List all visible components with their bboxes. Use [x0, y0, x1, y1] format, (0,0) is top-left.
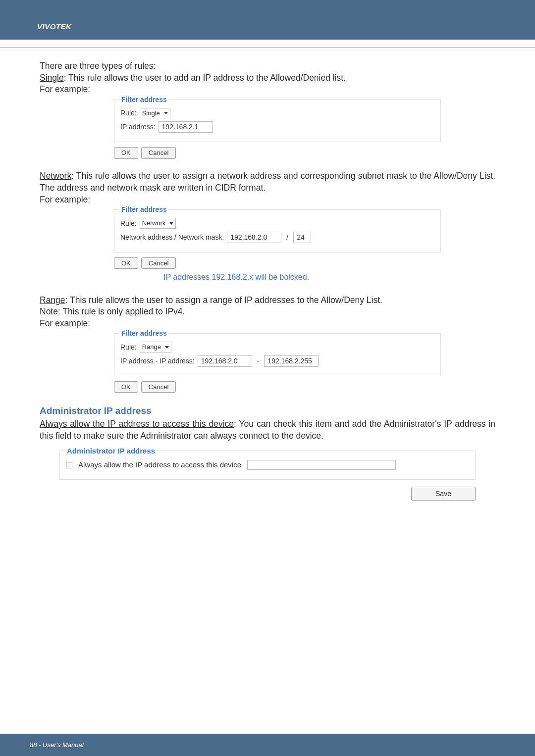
brand-logo: VIVOTEK [37, 22, 71, 31]
admin-para: Always allow the IP address to access th… [40, 418, 495, 442]
range-addr-label: IP address - IP address: [120, 356, 195, 366]
fieldset-title: Filter address [119, 329, 169, 338]
single-label: Single [40, 73, 64, 83]
network-mask-input[interactable]: 24 [293, 232, 311, 243]
network-callout: IP addresses 192.168.2.x will be bolcked… [163, 272, 495, 283]
chevron-down-icon [169, 222, 173, 225]
single-desc: : This rule allows the user to add an IP… [64, 73, 346, 83]
fieldset-title: Administrator IP address [65, 446, 157, 456]
range-label: Range [40, 295, 65, 305]
rule-select-single[interactable]: Single [140, 108, 170, 119]
cancel-button[interactable]: Cancel [141, 147, 176, 159]
footer-text: 88 - User's Manual [30, 741, 84, 749]
ip-range-from-input[interactable]: 192.168.2.0 [198, 355, 252, 367]
ip-range-to-input[interactable]: 192.168.2.255 [264, 355, 319, 367]
rule-select-value: Single [142, 109, 160, 118]
range-dash: - [257, 356, 260, 366]
rule-select-value: Network [142, 219, 166, 228]
ok-button[interactable]: OK [114, 147, 138, 159]
network-rule-para: Network: This rule allows the user to as… [40, 170, 495, 194]
network-desc: : This rule allows the user to assign a … [40, 171, 495, 193]
cidr-slash: / [286, 233, 288, 242]
rule-label: Rule: [120, 219, 137, 228]
ok-button[interactable]: OK [114, 381, 138, 393]
save-button[interactable]: Save [411, 487, 476, 501]
filter-address-range-box: Filter address Rule: Range IP address - … [114, 333, 441, 376]
intro-line: There are three types of rules: [40, 60, 495, 72]
network-address-input[interactable]: 192.168.2.0 [227, 232, 281, 243]
range-note: Note: This rule is only applied to IPv4. [40, 306, 495, 318]
rule-select-value: Range [142, 343, 161, 352]
single-rule-line: Single: This rule allows the user to add… [40, 72, 495, 84]
rule-label: Rule: [120, 108, 137, 118]
ip-input-single[interactable]: 192.168.2.1 [159, 121, 213, 133]
range-rule-line: Range: This rule allows the user to assi… [40, 295, 495, 306]
chevron-down-icon [165, 346, 169, 349]
for-example-2: For example: [40, 194, 495, 206]
rule-select-range[interactable]: Range [140, 342, 171, 353]
cancel-button[interactable]: Cancel [141, 257, 176, 269]
for-example-1: For example: [40, 84, 495, 96]
ip-label: IP address: [120, 122, 156, 132]
admin-section-title: Administrator IP address [40, 404, 495, 417]
checkbox-label: Always allow the IP address to access th… [78, 460, 241, 470]
always-allow-checkbox[interactable] [66, 462, 72, 468]
cancel-button[interactable]: Cancel [141, 381, 176, 393]
network-label: Network [40, 171, 71, 181]
for-example-3: For example: [40, 318, 495, 330]
fieldset-title: Filter address [119, 205, 169, 214]
page-footer: 88 - User's Manual [0, 734, 535, 756]
chevron-down-icon [164, 112, 168, 114]
network-addr-label: Network address / Network mask: [120, 233, 224, 242]
fieldset-title: Filter address [119, 95, 169, 104]
admin-always-label: Always allow the IP address to access th… [40, 419, 234, 429]
admin-ip-box: Administrator IP address Always allow th… [59, 451, 476, 479]
rule-label: Rule: [120, 343, 137, 352]
admin-ip-input[interactable] [247, 460, 396, 470]
ok-button[interactable]: OK [114, 257, 138, 269]
filter-address-network-box: Filter address Rule: Network Network add… [114, 209, 441, 252]
rule-select-network[interactable]: Network [140, 218, 176, 229]
filter-address-single-box: Filter address Rule: Single IP address: … [114, 100, 441, 142]
range-desc: : This rule allows the user to assign a … [65, 295, 382, 305]
